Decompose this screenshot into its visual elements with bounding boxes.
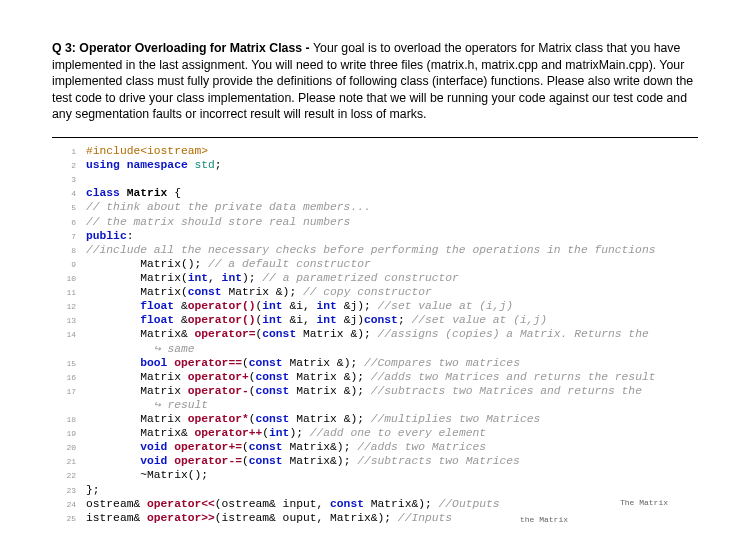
line-number: 13 (52, 316, 76, 326)
code-line-18: 18 Matrix operator*(const Matrix &); //m… (52, 412, 698, 426)
code-line-17: 17 Matrix operator-(const Matrix &); //s… (52, 384, 698, 398)
code-line-13: 13 float &operator()(int &i, int &j)cons… (52, 313, 698, 327)
line-number: 5 (52, 203, 76, 213)
code-line-17-wrap: ↪ result (52, 398, 698, 412)
question-prompt: Q 3: Operator Overloading for Matrix Cla… (52, 40, 698, 123)
line-number: 23 (52, 486, 76, 496)
code-line-1: 1 #include<iostream> (52, 144, 698, 158)
line-number: 3 (52, 175, 76, 185)
line-number: 2 (52, 161, 76, 171)
line-number: 24 (52, 500, 76, 510)
line-number: 18 (52, 415, 76, 425)
line-number: 8 (52, 246, 76, 256)
code-line-6: 6 // the matrix should store real number… (52, 215, 698, 229)
trailing-note-24: The Matrix (620, 498, 668, 508)
code-line-14: 14 Matrix& operator=(const Matrix &); //… (52, 327, 698, 341)
code-line-5: 5 // think about the private data member… (52, 200, 698, 214)
code-line-8: 8 //include all the necessary checks bef… (52, 243, 698, 257)
trailing-note-25: the Matrix (520, 515, 568, 525)
code-line-4: 4 class Matrix { (52, 186, 698, 200)
line-number: 6 (52, 218, 76, 228)
line-number: 15 (52, 359, 76, 369)
code-line-14-wrap: ↪ same (52, 342, 698, 356)
code-line-22: 22 ~Matrix(); (52, 468, 698, 482)
question-title: Q 3: Operator Overloading for Matrix Cla… (52, 41, 313, 55)
code-line-24: 24 ostream& operator<<(ostream& input, c… (52, 497, 698, 511)
code-line-2: 2 using namespace std; (52, 158, 698, 172)
code-line-20: 20 void operator+=(const Matrix&); //add… (52, 440, 698, 454)
line-number: 9 (52, 260, 76, 270)
code-block: 1 #include<iostream> 2 using namespace s… (52, 137, 698, 525)
code-line-10: 10 Matrix(int, int); // a parametrized c… (52, 271, 698, 285)
code-line-25: 25 istream& operator>>(istream& ouput, M… (52, 511, 698, 525)
line-number: 1 (52, 147, 76, 157)
code-line-12: 12 float &operator()(int &i, int &j); //… (52, 299, 698, 313)
code-line-3: 3 (52, 172, 698, 186)
line-number: 16 (52, 373, 76, 383)
code-line-23: 23 }; (52, 483, 698, 497)
code-line-7: 7 public: (52, 229, 698, 243)
line-number: 25 (52, 514, 76, 524)
page-content: Q 3: Operator Overloading for Matrix Cla… (0, 0, 750, 525)
code-line-19: 19 Matrix& operator++(int); //add one to… (52, 426, 698, 440)
line-number: 14 (52, 330, 76, 340)
code-line-16: 16 Matrix operator+(const Matrix &); //a… (52, 370, 698, 384)
line-number: 19 (52, 429, 76, 439)
code-line-21: 21 void operator-=(const Matrix&); //sub… (52, 454, 698, 468)
line-number: 21 (52, 457, 76, 467)
line-number: 22 (52, 471, 76, 481)
line-number: 4 (52, 189, 76, 199)
line-number: 20 (52, 443, 76, 453)
code-line-9: 9 Matrix(); // a default constructor (52, 257, 698, 271)
line-number: 17 (52, 387, 76, 397)
line-number: 11 (52, 288, 76, 298)
line-number: 7 (52, 232, 76, 242)
line-number: 10 (52, 274, 76, 284)
code-line-11: 11 Matrix(const Matrix &); // copy const… (52, 285, 698, 299)
code-line-15: 15 bool operator==(const Matrix &); //Co… (52, 356, 698, 370)
line-number: 12 (52, 302, 76, 312)
